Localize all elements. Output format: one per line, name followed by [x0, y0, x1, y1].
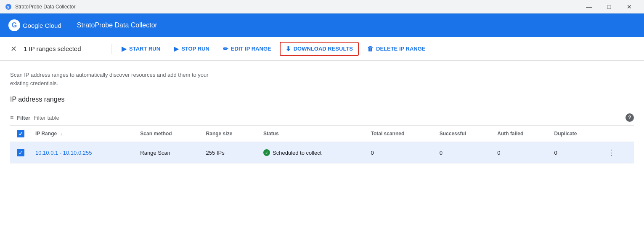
selection-label: 1 IP ranges selected: [24, 45, 99, 52]
row-total-scanned: 0: [366, 142, 434, 164]
page-description: Scan IP address ranges to automatically …: [10, 71, 220, 87]
svg-text:S: S: [7, 5, 9, 9]
th-auth-failed: Auth failed: [492, 126, 549, 142]
window-controls: — □ ✕: [579, 0, 639, 13]
download-results-label: DOWNLOAD RESULTS: [294, 46, 353, 52]
app-header: G Google Cloud StratoProbe Data Collecto…: [0, 13, 644, 37]
close-button[interactable]: ✕: [620, 0, 639, 13]
th-status: Status: [258, 126, 366, 142]
row-checkbox[interactable]: ✓: [17, 149, 24, 156]
th-checkbox: ✓: [10, 126, 30, 142]
content-area: Scan IP address ranges to automatically …: [0, 61, 644, 164]
stop-run-label: STOP RUN: [181, 46, 209, 52]
help-icon[interactable]: ?: [625, 113, 634, 122]
row-actions-cell: ⋮: [601, 142, 634, 164]
edit-ip-range-label: EDIT IP RANGE: [231, 46, 271, 52]
status-text: Scheduled to collect: [273, 150, 321, 156]
row-successful: 0: [435, 142, 492, 164]
row-ip-range: 10.10.0.1 - 10.10.0.255: [30, 142, 135, 164]
row-checkbox-cell: ✓: [10, 142, 30, 164]
filter-input[interactable]: [34, 115, 622, 121]
sort-icon: ↓: [60, 131, 62, 136]
row-status: ✓ Scheduled to collect: [258, 142, 366, 164]
th-actions: [601, 126, 634, 142]
edit-icon: ✏: [223, 45, 228, 53]
check-icon: ✓: [19, 131, 23, 137]
maximize-button[interactable]: □: [599, 0, 619, 13]
minimize-button[interactable]: —: [579, 0, 599, 13]
download-icon: ⬇: [286, 45, 291, 53]
delete-ip-range-label: DELETE IP RANGE: [376, 46, 426, 52]
download-results-button[interactable]: ⬇ DOWNLOAD RESULTS: [280, 42, 359, 56]
status-icon: ✓: [263, 149, 270, 156]
row-auth-failed: 0: [492, 142, 549, 164]
deselect-button[interactable]: ✕: [7, 42, 20, 56]
google-cloud-logo: G Google Cloud: [8, 19, 61, 31]
stop-run-button[interactable]: ▶ STOP RUN: [169, 43, 215, 55]
th-successful: Successful: [435, 126, 492, 142]
edit-ip-range-button[interactable]: ✏ EDIT IP RANGE: [218, 43, 276, 55]
delete-ip-range-button[interactable]: 🗑 DELETE IP RANGE: [362, 43, 431, 55]
section-title: IP address ranges: [10, 96, 634, 103]
toolbar-divider-1: [111, 44, 111, 54]
row-more-button[interactable]: ⋮: [606, 146, 617, 159]
check-icon: ✓: [19, 150, 23, 156]
th-duplicate: Duplicate: [549, 126, 601, 142]
row-range-size: 255 IPs: [201, 142, 258, 164]
th-total-scanned: Total scanned: [366, 126, 434, 142]
table-header-row: ✓ IP Range ↓ Scan method Range size Stat…: [10, 126, 634, 142]
cloud-label: Google Cloud: [23, 22, 61, 29]
filter-bar: ≡ Filter ?: [10, 110, 634, 126]
delete-icon: 🗑: [367, 45, 374, 52]
close-icon: ✕: [11, 44, 17, 54]
th-range-size: Range size: [201, 126, 258, 142]
title-bar: S StratoProbe Data Collector — □ ✕: [0, 0, 644, 13]
row-scan-method: Range Scan: [135, 142, 201, 164]
ip-range-link[interactable]: 10.10.0.1 - 10.10.0.255: [35, 150, 92, 156]
stop-run-icon: ▶: [174, 45, 179, 53]
title-bar-text: StratoProbe Data Collector: [15, 4, 75, 10]
ip-ranges-table: ✓ IP Range ↓ Scan method Range size Stat…: [10, 126, 634, 164]
app-icon: S: [5, 3, 12, 10]
google-g-icon: G: [8, 19, 20, 31]
toolbar: ✕ 1 IP ranges selected ▶ START RUN ▶ STO…: [0, 37, 644, 61]
start-run-icon: ▶: [122, 45, 127, 53]
start-run-label: START RUN: [129, 46, 160, 52]
th-scan-method: Scan method: [135, 126, 201, 142]
filter-icon: ≡: [10, 114, 13, 121]
table-row: ✓ 10.10.0.1 - 10.10.0.255 Range Scan 255…: [10, 142, 634, 164]
app-title: StratoProbe Data Collector: [70, 21, 157, 29]
filter-label: Filter: [17, 115, 30, 121]
select-all-checkbox[interactable]: ✓: [17, 130, 24, 137]
row-duplicate: 0: [549, 142, 601, 164]
th-ip-range: IP Range ↓: [30, 126, 135, 142]
start-run-button[interactable]: ▶ START RUN: [117, 43, 165, 55]
